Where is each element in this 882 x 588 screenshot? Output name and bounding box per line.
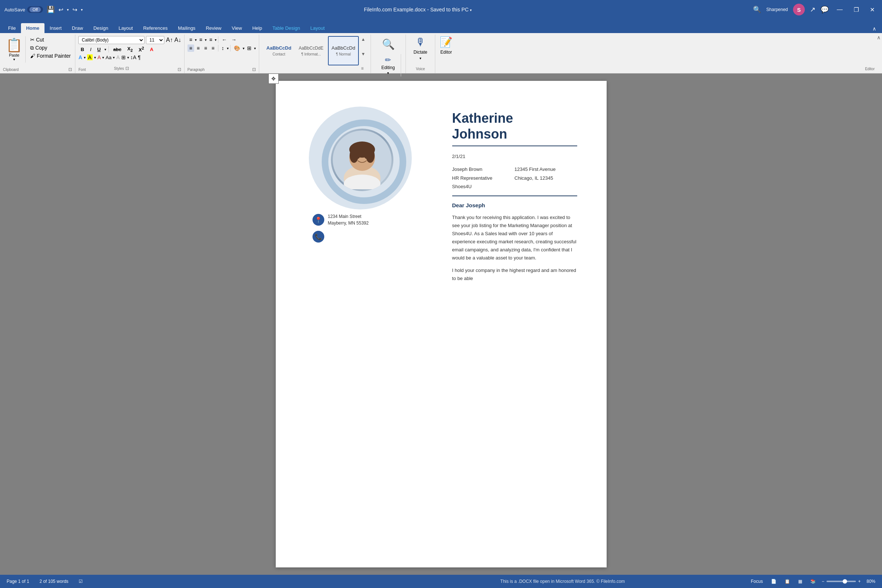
tab-home[interactable]: Home xyxy=(21,23,45,33)
bold-button[interactable]: B xyxy=(78,46,86,53)
toggle-off-label[interactable]: Off xyxy=(29,7,41,12)
tab-draw[interactable]: Draw xyxy=(67,23,88,33)
redo-button[interactable]: ↪ xyxy=(72,6,77,13)
copy-button[interactable]: ⧉ Copy xyxy=(29,44,72,51)
zoom-in-button[interactable]: + xyxy=(858,579,861,584)
case-dropdown[interactable]: ▾ xyxy=(113,56,115,60)
format-painter-button[interactable]: 🖌 Format Painter xyxy=(29,52,72,60)
case-button[interactable]: Aa xyxy=(105,55,111,60)
tab-review[interactable]: Review xyxy=(201,23,227,33)
accessibility-check-icon[interactable]: ☑ xyxy=(77,578,85,585)
letter-body[interactable]: Thank you for receiving this application… xyxy=(452,213,577,283)
document-page[interactable]: ✥ xyxy=(276,81,607,567)
borders-para-dropdown[interactable]: ▾ xyxy=(254,46,256,50)
highlight-color-button[interactable]: A xyxy=(87,54,93,60)
show-para-button[interactable]: ¶ xyxy=(138,54,141,60)
tab-insert[interactable]: Insert xyxy=(45,23,67,33)
ribbon-collapse-icon[interactable]: ∧ xyxy=(870,24,879,33)
decrease-font-size-button[interactable]: A↓ xyxy=(174,37,181,44)
zoom-percentage[interactable]: 80% xyxy=(864,578,877,585)
comments-icon[interactable]: 💬 xyxy=(820,6,829,14)
ribbon-collapse-arrow[interactable]: ∧ xyxy=(877,34,880,40)
view-read-icon[interactable]: ▦ xyxy=(796,578,804,585)
share-icon[interactable]: ↗ xyxy=(810,6,816,14)
tab-file[interactable]: File xyxy=(3,23,21,33)
font-color-button[interactable]: A xyxy=(78,54,82,60)
view-web-icon[interactable]: 📋 xyxy=(782,578,792,585)
undo-dropdown[interactable]: ▾ xyxy=(67,8,69,12)
page-info[interactable]: Page 1 of 1 xyxy=(5,578,31,585)
text-effects-button[interactable]: A xyxy=(116,54,119,60)
dictate-dropdown[interactable]: ▾ xyxy=(419,56,421,60)
align-left-button[interactable]: ≡ xyxy=(188,45,194,52)
tab-design[interactable]: Design xyxy=(88,23,113,33)
clear-format-button[interactable]: A xyxy=(148,46,156,53)
view-print-icon[interactable]: 📄 xyxy=(769,578,779,585)
style-contact[interactable]: AaBbCcDd Contact xyxy=(264,36,295,65)
italic-button[interactable]: I xyxy=(88,46,94,53)
numbering-button[interactable]: ≡ xyxy=(197,36,204,44)
shading-button[interactable]: A xyxy=(98,54,101,60)
styles-scroll-up[interactable]: ▲ xyxy=(360,36,366,43)
superscript-button[interactable]: X2 xyxy=(137,45,146,53)
bullets-button[interactable]: ≡ xyxy=(188,36,194,44)
search-icon[interactable]: 🔍 xyxy=(753,6,761,14)
tab-table-layout[interactable]: Layout xyxy=(305,23,330,33)
increase-font-size-button[interactable]: A↑ xyxy=(166,37,173,44)
save-icon[interactable]: 💾 xyxy=(47,6,55,14)
styles-scroll-down[interactable]: ▼ xyxy=(360,51,366,57)
shading-para-button[interactable]: 🎨 xyxy=(232,45,242,52)
borders-dropdown[interactable]: ▾ xyxy=(127,56,129,60)
align-right-button[interactable]: ≡ xyxy=(202,45,209,52)
style-normal[interactable]: AaBbCcDd ¶ Normal xyxy=(328,36,359,65)
numbering-dropdown[interactable]: ▾ xyxy=(205,38,207,42)
borders-para-button[interactable]: ⊞ xyxy=(245,45,253,52)
zoom-out-button[interactable]: − xyxy=(822,579,824,584)
multilevel-dropdown[interactable]: ▾ xyxy=(215,38,216,42)
font-expand-icon[interactable]: ⊡ xyxy=(177,67,181,72)
autosave-toggle[interactable]: Off xyxy=(27,6,43,13)
tab-mailings[interactable]: Mailings xyxy=(173,23,201,33)
font-color-dropdown[interactable]: ▾ xyxy=(84,56,86,60)
shading-para-dropdown[interactable]: ▾ xyxy=(243,46,245,50)
user-avatar[interactable]: S xyxy=(793,4,805,15)
highlight-dropdown[interactable]: ▾ xyxy=(94,56,96,60)
restore-button[interactable]: ❐ xyxy=(851,5,862,15)
search-button[interactable]: 🔍 xyxy=(379,36,398,52)
paste-dropdown[interactable]: ▾ xyxy=(13,57,15,62)
clipboard-expand-icon[interactable]: ⊡ xyxy=(68,67,72,72)
shading-dropdown[interactable]: ▾ xyxy=(102,56,104,60)
styles-expand-icon[interactable]: ⊡ xyxy=(125,66,129,71)
tab-table-design[interactable]: Table Design xyxy=(267,23,305,33)
tab-references[interactable]: References xyxy=(138,23,173,33)
underline-dropdown[interactable]: ▾ xyxy=(104,47,106,51)
focus-button[interactable]: Focus xyxy=(748,578,765,585)
quick-access-dropdown[interactable]: ▾ xyxy=(81,8,83,12)
paragraph-expand-icon[interactable]: ⊡ xyxy=(252,67,256,72)
font-size-select[interactable]: 11 xyxy=(146,36,164,44)
style-information[interactable]: AaBbCcDdE ¶ Informat... xyxy=(296,36,326,65)
cut-button[interactable]: ✂ Cut xyxy=(29,36,72,44)
zoom-control[interactable]: − + xyxy=(822,579,861,584)
paste-button[interactable]: 📋 Paste ▾ xyxy=(3,36,26,63)
save-dropdown[interactable]: ▾ xyxy=(470,8,472,12)
minimize-button[interactable]: — xyxy=(834,5,846,14)
styles-expand[interactable]: ≡ xyxy=(360,65,366,72)
line-spacing-button[interactable]: ↕ xyxy=(220,45,226,52)
close-button[interactable]: ✕ xyxy=(867,5,877,15)
sort-az-button[interactable]: ↕A xyxy=(131,54,137,60)
undo-button[interactable]: ↩ xyxy=(59,6,63,13)
increase-indent-button[interactable]: → xyxy=(230,36,238,44)
subscript-button[interactable]: X2 xyxy=(125,45,135,53)
zoom-track[interactable] xyxy=(826,580,856,582)
tab-view[interactable]: View xyxy=(227,23,247,33)
bullets-dropdown[interactable]: ▾ xyxy=(195,38,197,42)
editing-button[interactable]: ✏ Editing ▾ xyxy=(376,54,401,76)
tab-help[interactable]: Help xyxy=(247,23,267,33)
decrease-indent-button[interactable]: ← xyxy=(220,36,229,44)
font-name-select[interactable]: Calibri (Body) xyxy=(78,36,144,44)
line-spacing-dropdown[interactable]: ▾ xyxy=(227,46,229,50)
strikethrough-button[interactable]: abc xyxy=(111,46,123,53)
underline-button[interactable]: U xyxy=(95,46,103,53)
tab-layout[interactable]: Layout xyxy=(113,23,138,33)
